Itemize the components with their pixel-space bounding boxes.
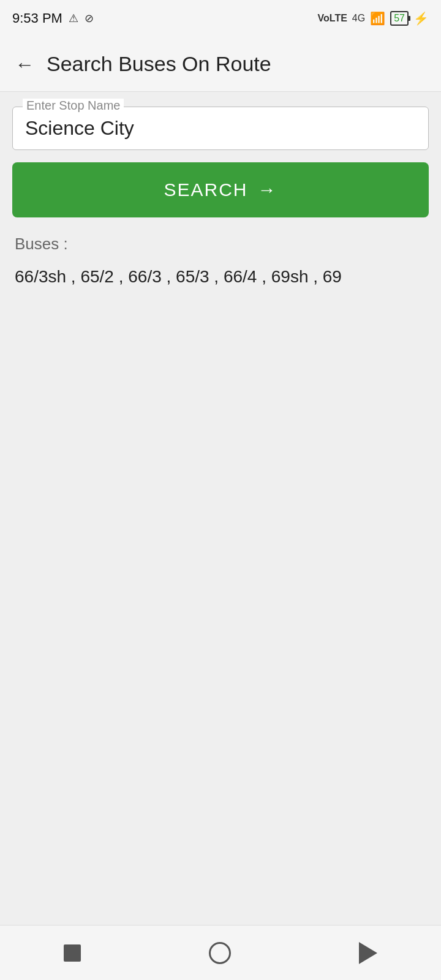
search-button-label: SEARCH [164, 179, 247, 200]
status-right: VoLTE 4G 📶 57 ⚡ [318, 11, 429, 26]
search-button[interactable]: SEARCH → [12, 162, 429, 217]
page-title: Search Buses On Route [47, 52, 271, 76]
home-icon [209, 942, 231, 964]
status-time: 9:53 PM [12, 10, 62, 26]
back-nav-icon [359, 942, 377, 964]
status-bar: 9:53 PM ⚠ ⊘ VoLTE 4G 📶 57 ⚡ [0, 0, 441, 37]
buses-list: 66/3sh , 65/2 , 66/3 , 65/3 , 66/4 , 69s… [15, 263, 426, 291]
charging-icon: ⚡ [413, 11, 429, 26]
app-bar: ← Search Buses On Route [0, 37, 441, 92]
volte-icon: VoLTE [318, 13, 347, 24]
home-button[interactable] [209, 942, 231, 964]
recent-apps-button[interactable] [64, 944, 81, 962]
nav-bar [0, 925, 441, 980]
battery-icon: 57 [390, 11, 409, 26]
network-icon: 4G [352, 13, 365, 24]
stop-input-container: Enter Stop Name [12, 107, 429, 150]
buses-section: Buses : 66/3sh , 65/2 , 66/3 , 65/3 , 66… [12, 230, 429, 296]
status-left: 9:53 PM ⚠ ⊘ [12, 10, 94, 26]
recent-apps-icon [64, 944, 81, 962]
signal-bars-icon: 📶 [370, 11, 385, 26]
buses-label: Buses : [15, 235, 426, 254]
main-content: Enter Stop Name SEARCH → Buses : 66/3sh … [0, 92, 441, 925]
arrow-right-icon: → [258, 179, 277, 200]
back-button[interactable]: ← [15, 55, 34, 74]
input-label: Enter Stop Name [23, 99, 124, 113]
back-nav-button[interactable] [359, 942, 377, 964]
stop-name-input[interactable] [25, 117, 416, 140]
alert-icon: ⚠ [69, 12, 78, 25]
blocked-icon: ⊘ [85, 12, 94, 25]
